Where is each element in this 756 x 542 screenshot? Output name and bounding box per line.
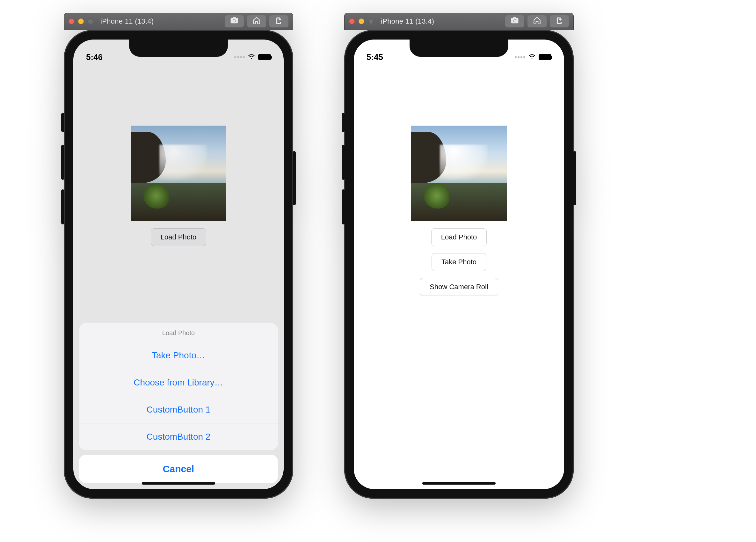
- action-sheet-title: Load Photo: [79, 323, 278, 342]
- minimize-window-button[interactable]: [78, 18, 84, 24]
- home-icon: [533, 16, 541, 26]
- power-button: [573, 151, 576, 205]
- zoom-window-button[interactable]: [368, 18, 374, 24]
- power-button: [293, 151, 296, 205]
- rotate-button[interactable]: [269, 15, 288, 27]
- notch: [129, 40, 228, 57]
- action-sheet-group: Load Photo Take Photo… Choose from Libra…: [79, 323, 278, 450]
- screenshot-icon: [511, 16, 519, 26]
- wifi-icon: [528, 52, 536, 62]
- minimize-window-button[interactable]: [359, 18, 364, 24]
- battery-icon: [539, 54, 551, 60]
- wifi-icon: [247, 52, 256, 62]
- mute-switch: [342, 113, 345, 132]
- volume-up-button: [61, 145, 64, 180]
- action-custom-2[interactable]: CustomButton 2: [79, 423, 278, 450]
- phone-frame: 5:46 Load Photo: [64, 30, 293, 499]
- cellular-icon: [234, 56, 245, 58]
- mute-switch: [61, 113, 64, 132]
- rotate-icon: [275, 16, 283, 26]
- simulator-toolbar: iPhone 11 (13.4): [64, 13, 293, 30]
- home-indicator[interactable]: [142, 482, 215, 485]
- phone-screen: 5:46 Load Photo: [73, 40, 284, 489]
- notch: [410, 40, 508, 57]
- phone-screen: 5:45 Load Photo Take Photo: [354, 40, 564, 489]
- simulator-right: iPhone 11 (13.4): [344, 13, 574, 499]
- simulator-toolbar: iPhone 11 (13.4): [344, 13, 574, 30]
- preview-image: [411, 126, 507, 221]
- simulator-title: iPhone 11 (13.4): [100, 17, 225, 25]
- load-photo-button[interactable]: Load Photo: [431, 228, 487, 246]
- phone-frame: 5:45 Load Photo Take Photo: [344, 30, 574, 499]
- action-choose-library[interactable]: Choose from Library…: [79, 369, 278, 396]
- battery-icon: [258, 54, 271, 60]
- volume-down-button: [61, 189, 64, 224]
- close-window-button[interactable]: [349, 18, 355, 24]
- action-cancel[interactable]: Cancel: [79, 455, 278, 483]
- volume-up-button: [342, 145, 345, 180]
- rotate-icon: [555, 16, 563, 26]
- cellular-icon: [515, 56, 525, 58]
- home-icon: [252, 16, 261, 26]
- rotate-button[interactable]: [550, 15, 569, 27]
- home-button[interactable]: [527, 15, 547, 27]
- volume-down-button: [342, 189, 345, 224]
- screenshot-icon: [230, 16, 238, 26]
- screenshot-button[interactable]: [505, 15, 524, 27]
- window-traffic-lights: [69, 18, 93, 24]
- show-camera-roll-button[interactable]: Show Camera Roll: [420, 278, 498, 296]
- close-window-button[interactable]: [69, 18, 74, 24]
- action-custom-1[interactable]: CustomButton 1: [79, 396, 278, 423]
- app-content: Load Photo Take Photo Show Camera Roll: [354, 40, 564, 489]
- status-time: 5:46: [86, 52, 103, 62]
- action-sheet: Load Photo Take Photo… Choose from Libra…: [79, 323, 278, 483]
- home-indicator[interactable]: [422, 482, 496, 485]
- status-time: 5:45: [367, 52, 383, 62]
- home-button[interactable]: [247, 15, 266, 27]
- window-traffic-lights: [349, 18, 374, 24]
- zoom-window-button[interactable]: [88, 18, 93, 24]
- screenshot-button[interactable]: [225, 15, 244, 27]
- simulator-title: iPhone 11 (13.4): [381, 17, 505, 25]
- action-take-photo[interactable]: Take Photo…: [79, 342, 278, 369]
- take-photo-button[interactable]: Take Photo: [432, 253, 486, 271]
- simulator-left: iPhone 11 (13.4): [64, 13, 293, 499]
